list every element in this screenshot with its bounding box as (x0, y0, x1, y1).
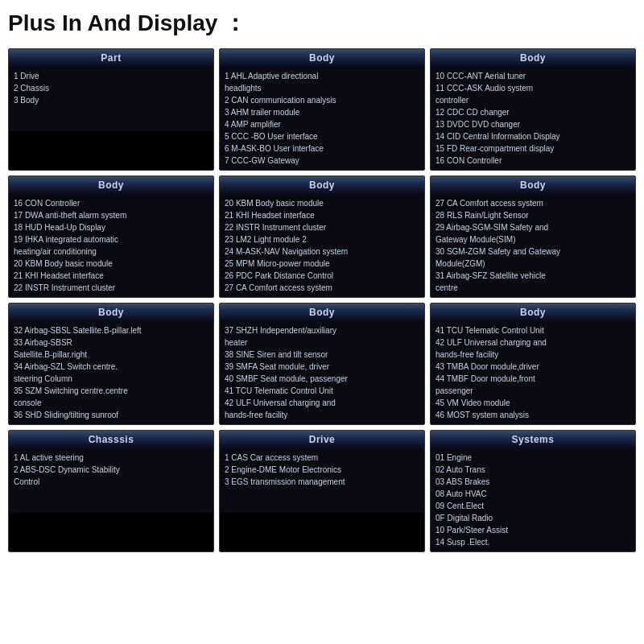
panel-body-body2: 10 CCC-ANT Aerial tuner11 CCC-ASK Audio … (431, 67, 635, 170)
panel-header-body8: Body (431, 303, 635, 321)
panel-body-body7: 37 SHZH Independent/auxiliary heater38 S… (220, 321, 424, 424)
panel-body-systems: 01 Engine02 Auto Trans03 ABS Brakes08 Au… (431, 448, 635, 551)
panel-item: 10 Park/Steer Assist (436, 524, 630, 536)
panel-item: 24 M-ASK-NAV Navigation system (225, 246, 419, 258)
panel-body-body6: 32 Airbag-SBSL Satellite.B-pillar.left33… (9, 321, 213, 424)
panel-body-body4: 20 KBM Body basic module21 KHI Headset i… (220, 194, 424, 297)
panel-item: 3 AHM trailer module (225, 106, 419, 118)
panel-item: 09 Cent.Elect (436, 500, 630, 512)
panel-item: 41 TCU Telematic Control Unit (436, 324, 630, 336)
panel-item: 18 HUD Head-Up Display (14, 221, 208, 233)
panel-body-body3: 16 CON Controller17 DWA anti-theft alarm… (9, 194, 213, 297)
panel-header-body2: Body (431, 49, 635, 67)
panel-item: 26 PDC Park Distance Control (225, 270, 419, 282)
panel-header-body1: Body (220, 49, 424, 67)
panel-header-body3: Body (9, 176, 213, 194)
panel-item: 1 CAS Car access system (225, 452, 419, 464)
panel-body-drive: 1 CAS Car access system2 Engine-DME Moto… (220, 448, 424, 513)
panel-item: 10 CCC-ANT Aerial tuner (436, 70, 630, 82)
panel-item: 22 INSTR Instrument cluster (14, 282, 208, 294)
panel-header-body7: Body (220, 303, 424, 321)
panel-item: 35 SZM Switching centre.centre console (14, 385, 208, 409)
panel-item: 7 CCC-GW Gateway (225, 155, 419, 167)
panel-item: 2 CAN communication analysis (225, 94, 419, 106)
panel-item: 21 KHI Headset interface (225, 209, 419, 221)
panel-header-body4: Body (220, 176, 424, 194)
panel-header-body6: Body (9, 303, 213, 321)
panel-item: 42 ULF Universal charging and hands-free… (436, 336, 630, 361)
panel-item: 15 FD Rear-compartment display (436, 142, 630, 155)
panel-item: 3 Body (14, 94, 208, 106)
panel-item: 17 DWA anti-theft alarm system (14, 209, 208, 221)
panel-item: 36 SHD Sliding/tilting sunroof (14, 409, 208, 421)
panel-item: 30 SGM-ZGM Safety and Gateway Module(ZGM… (436, 246, 630, 270)
panel-body-body5: 27 CA Comfort access system28 RLS Rain/L… (431, 194, 635, 297)
panel-body5: Body27 CA Comfort access system28 RLS Ra… (430, 175, 636, 298)
panel-item: 01 Engine (436, 452, 630, 464)
panel-item: 42 ULF Universal charging and hands-free… (225, 397, 419, 421)
panel-item: 1 Drive (14, 70, 208, 82)
panel-item: 03 ABS Brakes (436, 476, 630, 488)
panel-item: 39 SMFA Seat module, driver (225, 361, 419, 373)
panel-item: 28 RLS Rain/Light Sensor (436, 209, 630, 221)
panel-item: 19 IHKA integrated automatic heating/air… (14, 233, 208, 258)
panel-item: 02 Auto Trans (436, 464, 630, 476)
panel-item: 20 KBM Body basic module (14, 258, 208, 270)
panel-body-body1: 1 AHL Adaptive directional headlights2 C… (220, 67, 424, 170)
panel-header-systems: Systems (431, 431, 635, 448)
panel-item: 34 Airbag-SZL Switch centre. steering Co… (14, 361, 208, 385)
panel-item: 29 Airbag-SGM-SIM Safety and Gateway Mod… (436, 221, 630, 246)
panel-item: 11 CCC-ASK Audio system controller (436, 82, 630, 106)
panel-item: 43 TMBA Door module,driver (436, 361, 630, 373)
panel-item: 16 CON Controller (436, 155, 630, 167)
panel-item: 27 CA Comfort access system (436, 197, 630, 209)
panel-item: 25 MPM Micro-power module (225, 258, 419, 270)
panel-item: 23 LM2 Light module 2 (225, 233, 419, 246)
panel-body-chasssis: 1 AL active steering2 ABS-DSC Dynamic St… (9, 448, 213, 513)
panel-item: 37 SHZH Independent/auxiliary heater (225, 324, 419, 349)
panel-systems: Systems01 Engine02 Auto Trans03 ABS Brak… (430, 430, 636, 552)
panel-item: 2 ABS-DSC Dynamic Stability Control (14, 464, 208, 488)
panel-item: 14 CID Central Information Display (436, 130, 630, 142)
panel-item: 32 Airbag-SBSL Satellite.B-pillar.left (14, 324, 208, 336)
panel-body-body8: 41 TCU Telematic Control Unit42 ULF Univ… (431, 321, 635, 424)
panel-item: 13 DVDC DVD changer (436, 118, 630, 130)
panel-item: 27 CA Comfort access system (225, 282, 419, 294)
panel-item: 46 MOST system analysis (436, 409, 630, 421)
panel-item: 16 CON Controller (14, 197, 208, 209)
panel-item: 1 AHL Adaptive directional headlights (225, 70, 419, 94)
panel-item: 6 M-ASK-BO User interface (225, 142, 419, 155)
panel-item: 31 Airbag-SFZ Satellite vehicle centre (436, 270, 630, 294)
panel-body2: Body10 CCC-ANT Aerial tuner11 CCC-ASK Au… (430, 48, 636, 171)
panel-body8: Body41 TCU Telematic Control Unit42 ULF … (430, 303, 636, 425)
panel-body7: Body37 SHZH Independent/auxiliary heater… (219, 303, 425, 425)
panel-item: 08 Auto HVAC (436, 488, 630, 500)
panel-body-part: 1 Drive2 Chassis3 Body (9, 67, 213, 131)
panel-item: 0F Digital Radio (436, 512, 630, 524)
panel-item: 44 TMBF Door module,front passenger (436, 373, 630, 397)
panel-part: Part1 Drive2 Chassis3 Body (8, 48, 214, 171)
panel-item: 2 Chassis (14, 82, 208, 94)
panel-item: 20 KBM Body basic module (225, 197, 419, 209)
panel-drive: Drive1 CAS Car access system2 Engine-DME… (219, 430, 425, 552)
panel-item: 2 Engine-DME Motor Electronics (225, 464, 419, 476)
panel-item: 45 VM Video module (436, 397, 630, 409)
panel-item: 4 AMP amplifier (225, 118, 419, 130)
panel-header-body5: Body (431, 176, 635, 194)
panel-body1: Body1 AHL Adaptive directional headlight… (219, 48, 425, 171)
panel-item: 22 INSTR Instrument cluster (225, 221, 419, 233)
panel-header-drive: Drive (220, 431, 424, 448)
panel-item: 21 KHI Headset interface (14, 270, 208, 282)
panel-item: 41 TCU Telematic Control Unit (225, 385, 419, 397)
panel-item: 3 EGS transmission management (225, 476, 419, 488)
page-title: Plus In And Display ： (8, 8, 636, 39)
panel-item: 12 CDC CD changer (436, 106, 630, 118)
panel-header-part: Part (9, 49, 213, 67)
panel-item: 1 AL active steering (14, 452, 208, 464)
panel-body6: Body32 Airbag-SBSL Satellite.B-pillar.le… (8, 303, 214, 425)
panel-body4: Body20 KBM Body basic module21 KHI Heads… (219, 175, 425, 298)
panel-item: 14 Susp .Elect. (436, 536, 630, 548)
panel-body3: Body16 CON Controller17 DWA anti-theft a… (8, 175, 214, 298)
panel-item: 40 SMBF Seat module, passenger (225, 373, 419, 385)
panel-chasssis: Chasssis1 AL active steering2 ABS-DSC Dy… (8, 430, 214, 552)
